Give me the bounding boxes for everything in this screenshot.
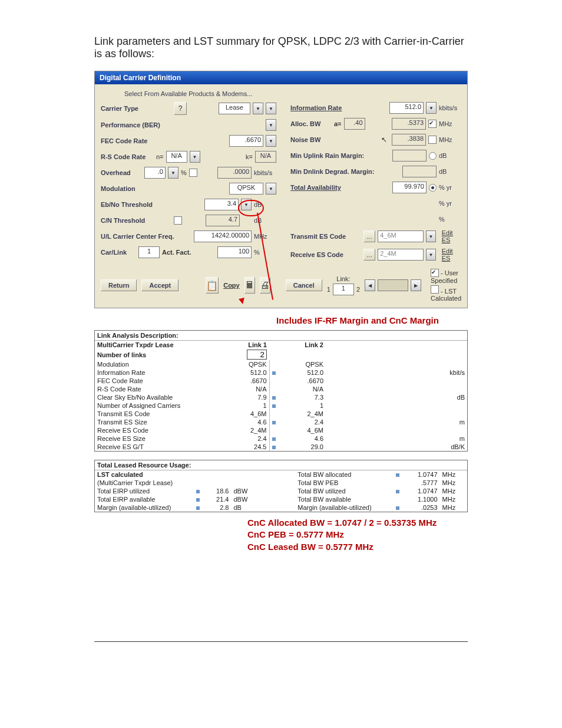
ulfreq-unit: MHz [254, 233, 276, 240]
rx-es-edit-link[interactable]: Edit ES [442, 248, 461, 262]
lad-row-label: Information Rate [95, 368, 223, 377]
info-rate-unit: kbits/s [439, 104, 461, 111]
fec-value[interactable]: .6670 [229, 135, 263, 147]
ebno-value[interactable]: 3.4 [204, 199, 239, 210]
corner-marker-icon [272, 404, 276, 408]
tlr-right-label: Total BW utilized [295, 487, 394, 495]
corner-marker-icon [272, 437, 276, 441]
accept-button[interactable]: Accept [141, 279, 178, 291]
tlr-lst-calc: LST calculated [95, 470, 194, 479]
avail-unit: % yr [439, 184, 461, 191]
info-rate-value[interactable]: 512.0 [389, 102, 424, 114]
avail-label[interactable]: Total Availability [290, 184, 379, 191]
lad-row-v2: N/A [280, 385, 326, 393]
help-icon[interactable]: ? [174, 102, 187, 115]
tlr-left-unit: dBW [231, 487, 258, 495]
link-prev-icon[interactable]: ◀ [365, 279, 375, 291]
noise-bw-checkbox[interactable] [428, 136, 437, 144]
tx-es-edit-link[interactable]: Edit ES [442, 229, 461, 243]
link-scrollbar[interactable] [378, 279, 408, 291]
legend-lst-chk [431, 285, 439, 294]
carlink-v2[interactable]: 100 [217, 246, 252, 258]
lad-row-label: Number of links [95, 349, 223, 360]
avail-value[interactable]: 99.970 [392, 182, 427, 193]
rs-n-value[interactable]: N/A [166, 151, 187, 163]
clipboard-icon[interactable]: 📋 [206, 277, 219, 294]
panel-title: Digital Carrier Definition [95, 71, 467, 84]
perf-ber-dropdown-icon[interactable]: ▼ [266, 119, 276, 131]
lad-row-v1: 7.9 [223, 393, 269, 401]
annot-cnc-peb: CnC PEB = 0.5777 MHz [247, 529, 468, 541]
rs-n-dropdown-icon[interactable]: ▼ [190, 151, 200, 163]
link-num-input[interactable]: 1 [333, 284, 354, 295]
tx-es-browse-icon[interactable]: … [363, 230, 375, 242]
fec-dropdown-icon[interactable]: ▼ [266, 135, 276, 147]
overhead-val2: .0000 [217, 167, 252, 179]
ul-margin-radio[interactable] [429, 152, 437, 160]
lad-row-v2: 29.0 [280, 443, 326, 451]
carrier-type-options-icon[interactable]: ▼ [266, 103, 276, 114]
right-column: Information Rate 512.0 ▼ kbits/s Alloc. … [290, 102, 461, 262]
cn-checkbox[interactable] [174, 216, 182, 225]
lad-row-label: FEC Code Rate [95, 377, 223, 385]
rx-es-value[interactable]: 2_4M [378, 249, 424, 261]
ulfreq-value[interactable]: 14242.00000 [194, 230, 252, 242]
tx-es-dropdown-icon[interactable]: ▼ [426, 230, 436, 242]
overhead-checkbox[interactable] [189, 169, 197, 177]
select-products-label[interactable]: Select From Available Products & Modems.… [101, 88, 461, 102]
corner-marker-icon [396, 473, 399, 477]
lad-row-label: Clear Sky Eb/No Available [95, 393, 223, 401]
lad-row-unit: m [433, 434, 467, 443]
copy-link[interactable]: Copy [223, 282, 240, 289]
tlr-right-label: Total BW allocated [295, 470, 394, 479]
tx-es-value[interactable]: 4_6M [378, 230, 424, 242]
num-links-input[interactable] [247, 350, 267, 360]
tlr-left-label: Margin (available-utilized) [95, 503, 194, 512]
lad-row-unit: kbit/s [433, 368, 467, 377]
rx-es-dropdown-icon[interactable]: ▼ [426, 249, 436, 261]
overhead-dropdown-icon[interactable]: ▼ [168, 167, 178, 179]
link-total: 2 [356, 286, 360, 293]
lad-row-label: Receive ES Code [95, 426, 223, 434]
carlink-v1[interactable]: 1 [138, 246, 160, 258]
lad-row-v1: .6670 [223, 377, 269, 385]
info-rate-label[interactable]: Information Rate [290, 104, 379, 111]
overhead-pct[interactable]: .0 [144, 167, 166, 179]
lad-row-unit [433, 385, 467, 393]
tlr-right-unit: MHz [440, 479, 467, 487]
tx-es-label: Transmit ES Code [290, 233, 361, 240]
rx-es-browse-icon[interactable]: … [363, 249, 375, 261]
modulation-value[interactable]: QPSK [229, 183, 263, 195]
tlr-left-val: 18.6 [204, 487, 231, 495]
cursor-icon: ↖ [381, 136, 387, 144]
overhead-unit2: kbits/s [254, 169, 276, 176]
corner-marker-icon [272, 446, 276, 449]
carrier-type-value[interactable]: Lease [219, 103, 250, 114]
annot-cnc-leased: CnC Leased BW = 0.5777 MHz [247, 541, 468, 553]
noise-bw-unit: MHz [439, 136, 461, 143]
link-next-icon[interactable]: ▶ [411, 279, 421, 291]
carrier-type-dropdown-icon[interactable]: ▼ [253, 103, 263, 114]
noise-bw-value: .3838 [392, 134, 426, 146]
link-current: 1 [327, 286, 330, 293]
link-analysis-title: Link Analysis Description: [95, 331, 467, 341]
dl-margin-unit: dB [439, 168, 461, 175]
modulation-dropdown-icon[interactable]: ▼ [266, 183, 276, 195]
cancel-button[interactable]: Cancel [286, 279, 322, 291]
calculator-icon[interactable]: 🖩 [244, 277, 255, 294]
cn-unit: dB [254, 217, 276, 224]
ebno-dropdown-icon[interactable]: ▼ [241, 199, 252, 210]
total-leased-resource-panel: Total Leased Resource Usage: LST calcula… [94, 460, 468, 512]
info-rate-dropdown-icon[interactable]: ▼ [426, 102, 437, 114]
print-icon[interactable]: 🖨 [260, 277, 270, 294]
tlr-right-label: Total BW PEB [295, 479, 394, 487]
annot-cnc-allocated: CnC Allocated BW = 1.0747 / 2 = 0.53735 … [247, 517, 468, 529]
corner-marker-icon [272, 396, 276, 400]
return-button[interactable]: Return [101, 279, 137, 291]
corner-marker-icon [272, 371, 276, 375]
alloc-bw-checkbox[interactable] [428, 120, 437, 128]
lad-row-unit: m [433, 418, 467, 426]
avail2-unit: % yr [439, 200, 461, 207]
avail-radio[interactable] [429, 184, 437, 192]
lad-row-label: Receive ES G/T [95, 443, 223, 451]
